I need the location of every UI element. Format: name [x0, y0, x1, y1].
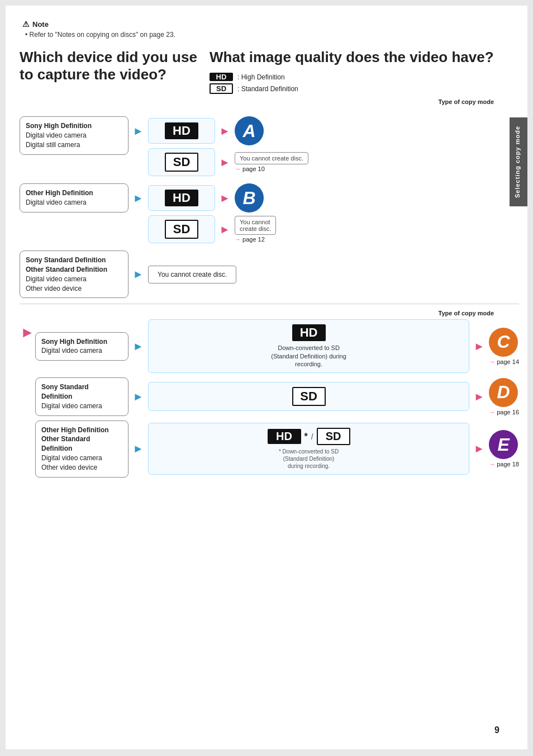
- device-F-line2: Other video device: [41, 464, 97, 471]
- quality-box-B-SD: SD: [148, 215, 215, 243]
- hd-badge-D: HD: [292, 324, 326, 341]
- device-B-bold: Other High Definition: [26, 189, 93, 197]
- quality-box-B-HD: HD: [148, 185, 215, 211]
- arrow-icon-D: ►: [133, 340, 144, 352]
- device-A-bold: Sony High Definition: [26, 122, 92, 130]
- arrow-icon-E-r: ►: [474, 390, 485, 403]
- device-D-bold: Sony High Definition: [41, 338, 107, 346]
- note-heading: Note: [32, 20, 49, 29]
- device-box-F: Other High Definition Other Standard Def…: [35, 420, 129, 478]
- legend-sd: SD : Standard Definition: [210, 83, 519, 94]
- device-box-B: Other High Definition Digital video came…: [20, 183, 129, 212]
- flow-B: ► HD ► B SD: [129, 183, 519, 246]
- entry-E-block: Sony Standard Definition Digital video c…: [35, 377, 519, 415]
- bottom-content: Sony High Definition Digital video camer…: [35, 319, 519, 477]
- device-F-bold2: Other Standard: [41, 435, 90, 443]
- arrow-icon-C: ►: [133, 268, 144, 280]
- sd-badge-legend: SD: [210, 83, 233, 94]
- sd-badge-F: SD: [317, 428, 350, 445]
- device-C-bold1: Sony Standard Definition: [26, 256, 106, 264]
- arrow-icon-B-HDr: ►: [220, 192, 231, 204]
- page-number: 9: [494, 725, 499, 735]
- entry-B-block: Other High Definition Digital video came…: [20, 183, 519, 246]
- legend: HD : High Definition SD : Standard Defin…: [210, 73, 519, 94]
- result-D: C → page 14: [489, 328, 519, 365]
- page-wrapper: Selecting copy mode ⚠ Note • Refer to "N…: [0, 0, 533, 756]
- flow-A: ► HD ► A SD: [129, 116, 519, 179]
- cannot-box-A: You cannot create disc.: [235, 152, 308, 164]
- device-F-cell: Other High Definition Other Standard Def…: [35, 420, 129, 478]
- note-title: ⚠ Note: [22, 20, 519, 29]
- note-text: • Refer to "Notes on copying on discs" o…: [22, 31, 519, 39]
- entry-C-block: Sony Standard Definition Other Standard …: [20, 251, 519, 298]
- legend-hd: HD : High Definition: [210, 73, 519, 81]
- note-section: ⚠ Note • Refer to "Notes on copying on d…: [20, 20, 519, 39]
- side-tab-label: Selecting copy mode: [514, 126, 521, 198]
- device-F-bold1: Other High Definition: [41, 426, 109, 434]
- device-C-line2: Other video device: [26, 285, 82, 292]
- page-ref-E: → page 18: [489, 461, 519, 467]
- hd-desc: : High Definition: [237, 73, 285, 81]
- hd-sd-combo: HD * / SD: [268, 428, 350, 445]
- result-B-HD: B: [235, 183, 264, 212]
- slash: *: [304, 432, 308, 442]
- sd-badge-A: SD: [165, 153, 198, 172]
- page-ref-D: → page 16: [489, 409, 519, 415]
- arr-B-HD-right: ►: [215, 192, 235, 205]
- type-copy-label-bottom: Type of copy mode: [20, 310, 519, 316]
- letter-E-circle: E: [489, 430, 518, 459]
- quality-box-A-HD: HD: [148, 118, 215, 144]
- quality-F-box: HD * / SD * Down-converted to SD(Standar…: [148, 423, 469, 475]
- entry-D-block: Sony High Definition Digital video camer…: [35, 319, 519, 373]
- arr-C: ►: [129, 268, 148, 281]
- cannot-C-area: You cannot create disc.: [148, 266, 519, 284]
- device-F-line1: Digital video camera: [41, 454, 102, 462]
- letter-D-circle: D: [489, 378, 518, 407]
- header-right: What image quality does the video have? …: [210, 49, 519, 105]
- arr-D: ►: [129, 340, 148, 353]
- quality-box-A-SD: SD: [148, 148, 215, 176]
- arr-E: ►: [129, 390, 148, 403]
- device-D-line1: Digital video camera: [41, 347, 102, 355]
- quality-D-box: HD Down-converted to SD(Standard Definit…: [148, 319, 469, 373]
- arr-F: ►: [129, 442, 148, 455]
- result-B-SD: You cannotcreate disc. → page 12: [235, 216, 276, 243]
- arrow-icon-E: ►: [133, 390, 144, 403]
- device-box-C: Sony Standard Definition Other Standard …: [20, 251, 129, 298]
- letter-C-circle: C: [489, 328, 518, 357]
- left-arrow-col: ►: [20, 319, 35, 477]
- page-ref-C: → page 14: [489, 358, 519, 365]
- cannot-box-B: You cannotcreate disc.: [235, 216, 276, 235]
- device-E-bold2: Definition: [41, 393, 72, 400]
- flow-B-HD: ► HD ► B: [129, 183, 519, 212]
- arr-A-SD-right: ►: [215, 156, 235, 169]
- arrow-icon-B-HD: ►: [133, 192, 144, 204]
- slash-sym: /: [311, 432, 313, 441]
- page-ref-A: → page 10: [235, 166, 308, 172]
- quality-E-box: SD: [148, 382, 469, 411]
- device-E-line1: Digital video camera: [41, 402, 102, 410]
- right-question: What image quality does the video have?: [210, 49, 519, 66]
- arrow-icon-B-SDr: ►: [220, 223, 231, 235]
- device-E-cell: Sony Standard Definition Digital video c…: [35, 377, 129, 415]
- device-D-cell: Sony High Definition Digital video camer…: [35, 332, 129, 361]
- device-C-line1: Digital video camera: [26, 275, 87, 283]
- letter-B-circle: B: [235, 183, 264, 212]
- flow-A-HD: ► HD ► A: [129, 116, 519, 145]
- result-F: E → page 18: [489, 430, 519, 467]
- left-arrow-pink: ►: [20, 325, 35, 339]
- device-A-line2: Digital still camera: [26, 141, 80, 149]
- device-box-E: Sony Standard Definition Digital video c…: [35, 377, 129, 415]
- flow-B-SD: SD ► You cannotcreate disc. → page 12: [129, 215, 519, 243]
- entry-A-block: Sony High Definition Digital video camer…: [20, 116, 519, 179]
- sd-desc: : Standard Definition: [237, 85, 298, 93]
- page-ref-B: → page 12: [235, 236, 276, 243]
- arrow-icon-F-r: ►: [474, 442, 485, 455]
- hd-badge-B: HD: [165, 190, 198, 206]
- device-F-bold3: Definition: [41, 445, 72, 452]
- device-box-D: Sony High Definition Digital video camer…: [35, 332, 129, 361]
- section-divider: [20, 304, 519, 304]
- arr-F-right: ►: [469, 442, 489, 455]
- hd-badge-legend: HD: [210, 73, 233, 81]
- arrow-icon-A-HD: ►: [133, 125, 144, 137]
